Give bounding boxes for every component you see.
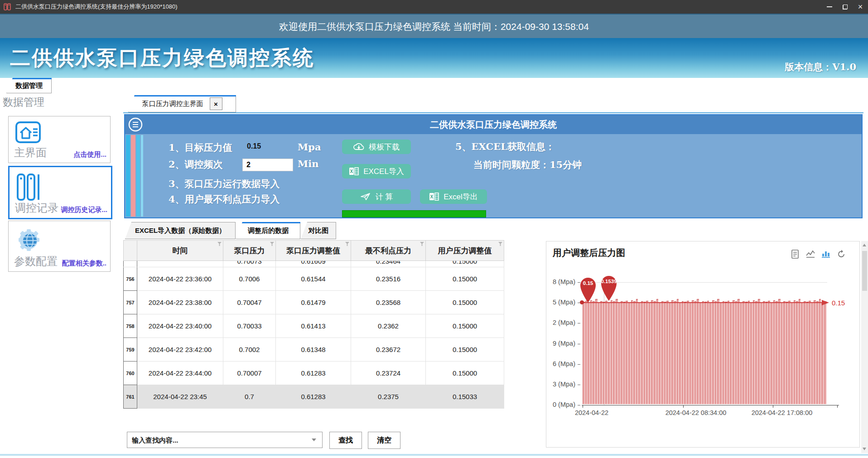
table-cell: 0.2362 [351, 314, 426, 338]
chart-bar [669, 302, 671, 404]
target-line [583, 302, 823, 303]
frequency-input[interactable] [242, 159, 293, 171]
target-pressure-field[interactable]: 0.15 [247, 142, 292, 154]
sidebar-item-hint[interactable]: 点击使用... [73, 150, 106, 159]
chart-bar [633, 301, 636, 404]
refresh-icon[interactable] [836, 249, 847, 260]
filter-icon[interactable] [420, 242, 424, 246]
scroll-down-icon[interactable] [863, 448, 866, 450]
restore-button[interactable] [837, 0, 853, 14]
calculate-button[interactable]: 计 算 [342, 189, 411, 204]
table-row[interactable]: 0.700730.616090.234640.15000 [124, 261, 504, 267]
bar-chart-icon[interactable] [820, 249, 831, 260]
filter-icon[interactable] [498, 242, 502, 246]
table-row[interactable]: 7562024-04-22 23:36:000.70060.615440.235… [124, 267, 504, 291]
chart-bar [679, 302, 681, 404]
item2-unit: Min [298, 158, 319, 169]
excel-icon: X [429, 193, 439, 201]
chart-bar [730, 302, 732, 404]
excel-info-title: 5、EXCEL获取信息： [455, 140, 555, 153]
tab-compare-chart[interactable]: 对比图 [301, 222, 336, 239]
x-axis-tick [773, 405, 773, 408]
table-row[interactable]: 7602024-04-22 23:44:000.700070.612830.23… [124, 362, 504, 385]
scroll-up-icon[interactable] [863, 244, 866, 246]
table-cell: 0.15033 [426, 385, 504, 409]
close-button[interactable]: × [853, 0, 868, 14]
chart-bar [649, 302, 651, 404]
bottom-divider [0, 454, 868, 456]
excel-export-button[interactable]: X Excel导出 [420, 189, 487, 204]
y-axis-tick [578, 344, 580, 344]
y-axis-tick [578, 364, 580, 365]
system-title: 二供供水泵口压力绿色调控系统 [10, 44, 314, 72]
y-axis-tick-label: 8 (Mpa) [546, 278, 575, 285]
chart-bar [626, 301, 628, 404]
chart-bar [776, 301, 778, 404]
item1-label: 1、目标压力值 [169, 141, 232, 154]
data-view-icon[interactable] [790, 249, 800, 260]
paper-plane-icon [360, 192, 371, 201]
chevron-down-icon[interactable] [312, 439, 316, 441]
filter-icon[interactable] [270, 242, 274, 246]
tab-raw-data[interactable]: EXCEL导入数据（原始数据） [125, 222, 236, 239]
chart-bar [709, 302, 712, 404]
tab-pump-main-page[interactable]: 泵口压力调控主界面 × [128, 95, 236, 112]
table-row[interactable]: 7592024-04-22 23:42:000.70020.613480.236… [124, 338, 504, 362]
chart-bar [631, 300, 633, 404]
col-header-worst-point: 最不利点压力 [351, 241, 426, 261]
template-download-button[interactable]: 模板下载 [342, 140, 411, 154]
chart-bar [801, 302, 803, 404]
tab-close-icon[interactable]: × [210, 97, 222, 110]
chart-bar [608, 302, 610, 404]
chart-bar [605, 301, 608, 404]
chart-bar [735, 301, 738, 404]
chart-bar [809, 301, 811, 404]
table-row[interactable]: 7582024-04-22 23:40:000.700330.614130.23… [124, 314, 504, 338]
table-row[interactable]: 7612024-04-22 23:450.70.612830.23750.150… [124, 385, 504, 409]
row-number-cell: 758 [124, 314, 137, 338]
tab-adjusted-data[interactable]: 调整后的数据 [236, 222, 300, 239]
table-row[interactable]: 7572024-04-22 23:38:000.700470.614790.23… [124, 291, 504, 314]
filter-icon[interactable] [217, 242, 222, 246]
title-bar: 二供供水泵口压力绿色调控系统(支持最佳分辨率为1920*1080) × [0, 0, 868, 14]
chart-bar [636, 299, 638, 404]
row-number-cell: 757 [124, 291, 137, 314]
svg-text:X: X [350, 169, 353, 174]
table-header-row: 时间 泵口压力 泵口压力调整值 最不利点压力 用户压力调整值 [124, 241, 504, 261]
scrollbar-thumb[interactable] [862, 251, 867, 291]
clear-button[interactable]: 清空 [368, 432, 400, 449]
tab-data-management[interactable]: 数据管理 [6, 78, 52, 93]
sidebar-section-label: 数据管理 [3, 95, 44, 109]
x-axis-tick-label: 2024-04-22 17:08:00 [741, 409, 823, 416]
y-axis-tick-label: 0 (Mpa) [546, 401, 575, 408]
search-input[interactable] [127, 432, 323, 448]
find-button[interactable]: 查找 [329, 432, 362, 449]
chart-bar [600, 301, 603, 404]
table-cell: 0.23464 [351, 261, 426, 267]
minimize-button[interactable] [822, 0, 837, 14]
table-cell: 0.15000 [426, 362, 504, 385]
table-cell: 0.61479 [276, 291, 351, 314]
y-axis-tick-label: 9 (Mpa) [546, 340, 575, 347]
vertical-scrollbar[interactable] [861, 241, 868, 453]
chart-bar [603, 302, 605, 404]
control-panel-header: 二供供水泵口压力绿色调控系统 [125, 115, 862, 134]
chart-bar [664, 302, 666, 404]
line-chart-icon[interactable] [805, 249, 816, 260]
sidebar-item-hint[interactable]: 配置相关参数.. [62, 259, 106, 268]
filter-icon[interactable] [345, 242, 349, 246]
chart-bar [778, 299, 781, 404]
chart-bar [733, 300, 735, 404]
chart-bar [641, 301, 643, 404]
excel-import-button[interactable]: X EXCEL导入 [342, 164, 411, 178]
sidebar-item-label: 调控记录 [15, 201, 58, 215]
panel-title: 二供供水泵口压力绿色调控系统 [430, 119, 557, 131]
sidebar-item-config[interactable]: 参数配置 配置相关参数.. [8, 221, 111, 272]
sidebar-item-records[interactable]: 调控记录 调控历史记录... [8, 166, 112, 219]
chart-bar [791, 302, 793, 404]
table-cell: 0.15000 [426, 314, 504, 338]
sidebar-item-hint[interactable]: 调控历史记录... [61, 206, 107, 214]
sidebar-item-main[interactable]: 主界面 点击使用... [8, 116, 111, 163]
decor-stripe [126, 135, 130, 217]
table-cell [137, 261, 223, 267]
